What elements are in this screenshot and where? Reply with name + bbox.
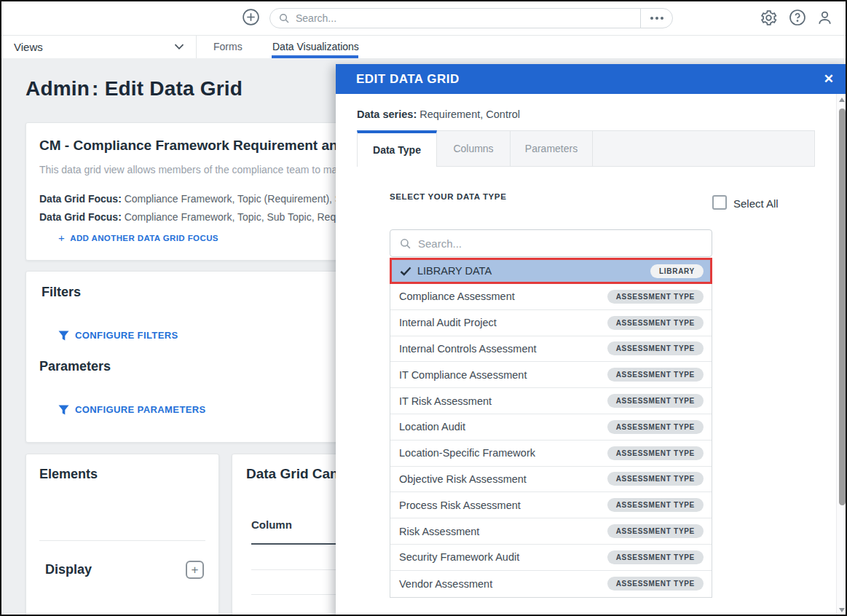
scrollbar-thumb[interactable]	[839, 108, 846, 505]
select-all-checkbox[interactable]	[712, 195, 727, 210]
data-type-row[interactable]: Compliance Assessment ASSESSMENT TYPE	[390, 284, 712, 310]
data-grid-description: This data grid view allows members of th…	[39, 164, 337, 175]
configure-filters-link[interactable]: CONFIGURE FILTERS	[58, 330, 178, 341]
select-all-label: Select All	[733, 197, 779, 210]
assessment-type-badge: ASSESSMENT TYPE	[607, 524, 704, 538]
data-type-row[interactable]: Internal Audit Project ASSESSMENT TYPE	[390, 310, 712, 336]
divider	[39, 540, 205, 541]
parameters-heading: Parameters	[39, 359, 111, 374]
panel-scrollbar	[836, 94, 847, 616]
elements-card: Elements Display +	[25, 454, 219, 616]
canvas-heading: Data Grid Can	[246, 466, 339, 482]
user-icon[interactable]	[816, 9, 834, 27]
search-input[interactable]	[296, 12, 640, 24]
scroll-down-icon[interactable]	[839, 608, 845, 612]
assessment-type-badge: ASSESSMENT TYPE	[607, 472, 704, 486]
data-series: Data series: Requirement, Control	[357, 108, 520, 120]
close-icon[interactable]: ✕	[824, 64, 834, 94]
data-type-row[interactable]: Security Framework Audit ASSESSMENT TYPE	[390, 545, 712, 571]
assessment-type-badge: ASSESSMENT TYPE	[607, 577, 704, 591]
assessment-type-badge: ASSESSMENT TYPE	[607, 368, 704, 382]
funnel-icon	[58, 405, 69, 415]
active-tab-underline	[272, 55, 358, 58]
column-header: Column	[251, 518, 292, 531]
configure-parameters-link[interactable]: CONFIGURE PARAMETERS	[58, 404, 206, 415]
assessment-type-badge: ASSESSMENT TYPE	[607, 316, 704, 330]
scroll-up-icon[interactable]	[839, 98, 845, 102]
check-icon	[400, 266, 411, 276]
data-type-row[interactable]: Location-Specific Framework ASSESSMENT T…	[390, 441, 712, 467]
top-bar	[1, 1, 846, 35]
nav-divider	[196, 36, 197, 58]
page-title: Admin:Edit Data Grid	[25, 77, 243, 100]
app-window: Views Forms Data Visualizations Admin:Ed…	[0, 0, 847, 616]
tab-parameters[interactable]: Parameters	[511, 131, 593, 166]
help-icon[interactable]	[789, 9, 806, 26]
data-type-row-library-data[interactable]: LIBRARY DATA LIBRARY	[390, 258, 712, 284]
display-heading: Display	[45, 562, 92, 577]
data-type-row[interactable]: Vendor Assessment ASSESSMENT TYPE	[390, 571, 712, 597]
assessment-type-badge: ASSESSMENT TYPE	[607, 446, 704, 460]
select-data-type-heading: SELECT YOUR DATA TYPE	[390, 192, 506, 201]
data-type-row[interactable]: Objective Risk Assessment ASSESSMENT TYP…	[390, 467, 712, 493]
add-display-button[interactable]: +	[186, 561, 204, 579]
filters-heading: Filters	[42, 285, 81, 300]
search-more-icon[interactable]	[640, 9, 672, 28]
data-grid-focus-line: Data Grid Focus: Compliance Framework, T…	[39, 193, 347, 205]
library-badge: LIBRARY	[650, 264, 704, 278]
data-grid-focus-line: Data Grid Focus: Compliance Framework, T…	[39, 211, 344, 223]
data-type-row[interactable]: IT Compliance Assessment ASSESSMENT TYPE	[390, 362, 712, 388]
data-type-row[interactable]: Process Risk Assessment ASSESSMENT TYPE	[390, 492, 712, 518]
tab-columns[interactable]: Columns	[437, 131, 511, 166]
tab-forms[interactable]: Forms	[213, 36, 243, 58]
global-search	[269, 8, 673, 28]
assessment-type-badge: ASSESSMENT TYPE	[607, 498, 704, 512]
tab-data-type[interactable]: Data Type	[357, 130, 437, 167]
chevron-down-icon[interactable]	[174, 43, 184, 50]
search-icon	[399, 237, 411, 250]
panel-tab-strip: Data Type Columns Parameters	[357, 130, 815, 167]
assessment-type-badge: ASSESSMENT TYPE	[607, 420, 704, 434]
panel-header: EDIT DATA GRID ✕	[336, 64, 847, 94]
assessment-type-badge: ASSESSMENT TYPE	[607, 550, 704, 564]
funnel-icon	[58, 331, 69, 341]
views-dropdown[interactable]: Views	[14, 36, 43, 58]
data-type-search-input[interactable]	[418, 237, 712, 250]
data-type-row[interactable]: Location Audit ASSESSMENT TYPE	[390, 414, 712, 441]
search-icon	[278, 12, 290, 24]
data-type-row[interactable]: Internal Controls Assessment ASSESSMENT …	[390, 336, 712, 363]
data-type-row[interactable]: IT Risk Assessment ASSESSMENT TYPE	[390, 388, 712, 414]
data-type-list: LIBRARY DATA LIBRARY Compliance Assessme…	[390, 258, 712, 598]
data-grid-title: CM - Compliance Framework Requirement an	[39, 138, 338, 154]
plus-icon: +	[58, 232, 65, 243]
panel-title: EDIT DATA GRID	[356, 64, 460, 94]
add-icon[interactable]	[242, 8, 260, 26]
data-type-row[interactable]: Risk Assessment ASSESSMENT TYPE	[390, 518, 712, 545]
assessment-type-badge: ASSESSMENT TYPE	[607, 394, 704, 408]
edit-data-grid-panel: EDIT DATA GRID ✕ Data series: Requiremen…	[336, 64, 847, 616]
elements-heading: Elements	[39, 467, 98, 482]
assessment-type-badge: ASSESSMENT TYPE	[607, 290, 704, 304]
data-type-search	[390, 229, 712, 257]
assessment-type-badge: ASSESSMENT TYPE	[607, 341, 704, 355]
add-data-grid-focus-link[interactable]: + ADD ANOTHER DATA GRID FOCUS	[58, 232, 218, 243]
gear-icon[interactable]	[760, 9, 778, 27]
view-nav: Views Forms Data Visualizations	[1, 35, 846, 58]
